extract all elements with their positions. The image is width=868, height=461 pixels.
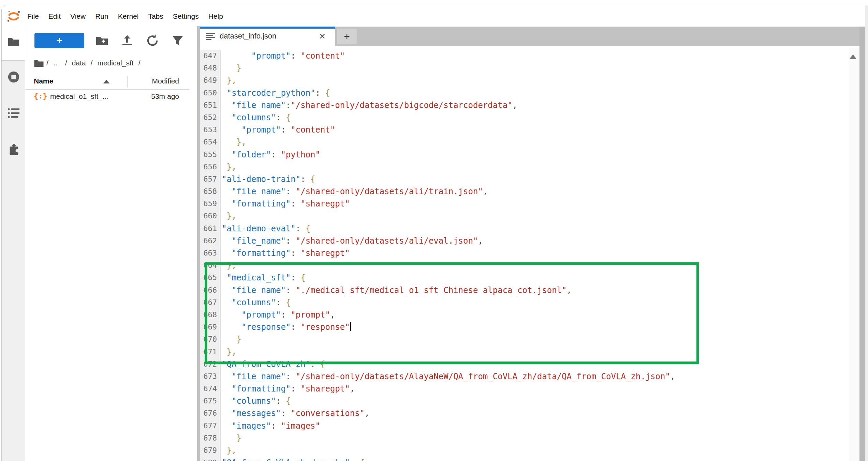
line-number: 649 xyxy=(200,74,220,87)
code-line-673: "file_name": "/shared-only/datasets/Alay… xyxy=(222,370,848,383)
file-browser-panel: + / …/data/medical_sft/ xyxy=(25,26,197,461)
code-line-658: "file_name": "/shared-only/datasets/ali/… xyxy=(222,185,848,198)
file-modified-time: 53m ago xyxy=(151,92,179,101)
home-folder-icon[interactable] xyxy=(34,59,44,67)
json-string: "/shared-only/datasets/ali/train.json" xyxy=(296,187,483,196)
file-row[interactable]: {:} medical_o1_sft_... 53m ago xyxy=(25,90,189,105)
menu-item-kernel[interactable]: Kernel xyxy=(113,7,144,26)
menu-item-help[interactable]: Help xyxy=(204,7,228,26)
code-line-662: "file_name": "/shared-only/datasets/ali/… xyxy=(222,235,848,247)
json-string: "content" xyxy=(300,51,345,61)
code-line-675: "columns": { xyxy=(222,395,848,407)
json-brace: }, xyxy=(226,347,236,357)
jupyter-logo-icon xyxy=(7,10,20,23)
puzzle-icon[interactable] xyxy=(7,142,20,155)
code-content[interactable]: "prompt": "content" } }, "starcoder_pyth… xyxy=(222,50,848,461)
modified-column-header[interactable]: Modified xyxy=(152,77,179,85)
code-line-674: "formatting": "sharegpt", xyxy=(222,383,848,395)
json-string: "/shared-only/datasets/ali/eval.json" xyxy=(296,236,478,246)
breadcrumb-item-ellipsis[interactable]: … xyxy=(53,59,60,67)
json-string: "./medical_sft/medical_o1_sft_Chinese_al… xyxy=(296,286,567,295)
line-number: 661 xyxy=(200,222,220,235)
code-line-656: }, xyxy=(222,161,848,173)
close-icon[interactable]: ✕ xyxy=(317,31,328,42)
json-punct: : xyxy=(276,396,286,406)
json-key: "formatting" xyxy=(232,199,291,209)
json-key: "ali-demo-eval" xyxy=(222,224,296,233)
folder-icon[interactable] xyxy=(7,35,20,48)
json-punct: : xyxy=(286,187,296,196)
json-key: "folder" xyxy=(232,150,271,159)
name-column-header[interactable]: Name xyxy=(34,77,53,85)
json-brace: }, xyxy=(226,261,236,270)
menu-item-settings[interactable]: Settings xyxy=(168,7,204,26)
json-key: "starcoder_python" xyxy=(226,88,315,98)
file-name: medical_o1_sft_... xyxy=(50,92,108,101)
editor-scrollbar-track[interactable] xyxy=(849,48,859,461)
new-folder-icon[interactable] xyxy=(94,33,109,48)
menu-item-edit[interactable]: Edit xyxy=(44,7,65,26)
breadcrumb-item-medical_sft[interactable]: medical_sft xyxy=(97,59,133,67)
json-key: "QA_from_CoVLA_zh" xyxy=(222,359,310,369)
tab-dataset-info-json[interactable]: dataset_info.json ✕ xyxy=(200,27,335,46)
filter-icon[interactable] xyxy=(170,33,185,48)
menu-item-view[interactable]: View xyxy=(65,7,90,26)
json-punct: : xyxy=(286,372,296,381)
menu-item-run[interactable]: Run xyxy=(90,7,113,26)
line-number: 652 xyxy=(200,111,220,124)
window-scrollbar-thumb[interactable] xyxy=(859,27,865,461)
breadcrumb-separator: / xyxy=(65,59,67,67)
list-icon[interactable] xyxy=(7,107,20,120)
refresh-icon[interactable] xyxy=(145,33,160,48)
json-punct: , xyxy=(365,409,369,418)
code-line-678: } xyxy=(222,432,848,444)
code-line-654: }, xyxy=(222,136,848,148)
json-key: "medical_sft" xyxy=(226,273,291,282)
json-key: "file_name" xyxy=(232,286,286,295)
tab-title: dataset_info.json xyxy=(220,32,276,41)
sort-ascending-icon[interactable] xyxy=(103,80,109,83)
code-line-680: "QA_from_CoVLA_zh_dev_shm": { xyxy=(222,457,848,461)
json-key: "columns" xyxy=(232,113,276,122)
line-number: 653 xyxy=(200,124,220,136)
line-number: 671 xyxy=(200,346,220,358)
scroll-up-arrow-icon[interactable] xyxy=(849,55,857,59)
window-scrollbar-gutter xyxy=(865,5,868,461)
active-tab-accent xyxy=(200,27,335,29)
line-number: 666 xyxy=(200,284,220,296)
code-line-652: "columns": { xyxy=(222,111,848,124)
new-tab-button[interactable]: + xyxy=(337,29,357,44)
line-number: 676 xyxy=(200,407,220,419)
line-number: 648 xyxy=(200,62,220,74)
line-number: 674 xyxy=(200,383,220,395)
stop-circle-icon[interactable] xyxy=(7,71,20,83)
breadcrumb-item-data[interactable]: data xyxy=(72,59,86,67)
json-brace: } xyxy=(236,335,241,344)
new-launcher-button[interactable]: + xyxy=(34,33,84,48)
line-number: 668 xyxy=(200,309,220,321)
code-line-653: "prompt": "content" xyxy=(222,124,848,136)
panel-split-handle[interactable] xyxy=(197,26,200,461)
json-punct: , xyxy=(483,187,488,196)
json-brace: }, xyxy=(236,137,246,147)
menu-item-file[interactable]: File xyxy=(23,7,44,26)
code-line-649: }, xyxy=(222,74,848,87)
code-line-665: "medical_sft": { xyxy=(222,272,848,284)
json-brace: { xyxy=(320,359,325,369)
breadcrumb-links: …/data/medical_sft/ xyxy=(51,59,143,67)
line-number: 675 xyxy=(200,395,220,407)
code-line-648: } xyxy=(222,62,848,74)
menu-item-tabs[interactable]: Tabs xyxy=(143,7,168,26)
jupyterlab-screen: FileEditViewRunKernelTabsSettingsHelp + xyxy=(0,0,868,461)
editor-tab-bar: dataset_info.json ✕ + xyxy=(200,27,859,46)
code-line-672: "QA_from_CoVLA_zh": { xyxy=(222,358,848,370)
json-string: "images" xyxy=(281,421,320,431)
line-number: 672 xyxy=(200,358,220,370)
json-key: "images" xyxy=(232,421,271,431)
json-punct: : xyxy=(271,150,281,159)
column-divider xyxy=(127,76,128,88)
upload-icon[interactable] xyxy=(120,33,135,48)
json-punct: : xyxy=(291,199,300,209)
json-string: "sharegpt" xyxy=(300,248,350,258)
breadcrumb-separator: / xyxy=(138,59,141,67)
